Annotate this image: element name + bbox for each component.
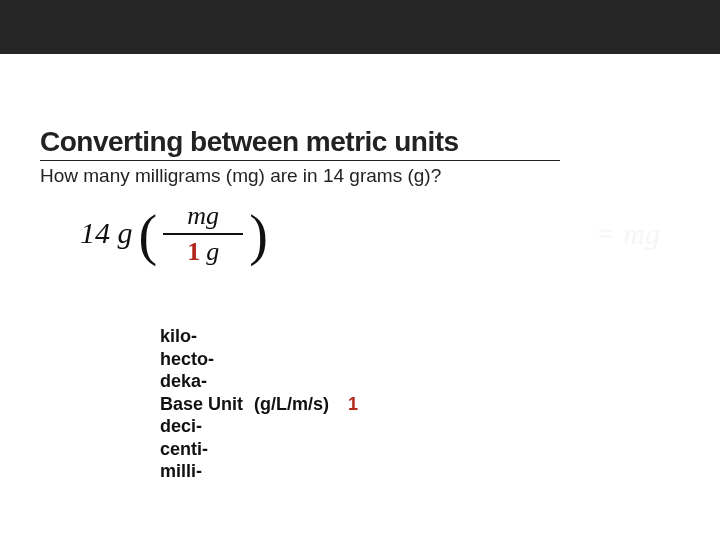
prefix-base-note: (g/L/m/s) (254, 394, 329, 414)
fraction-top: mg (163, 201, 243, 235)
prefix-label: deka- (160, 371, 207, 391)
prefix-base-value: 1 (348, 394, 358, 414)
top-bar (0, 0, 720, 54)
prefix-list: kilo- hecto- deka- Base Unit (g/L/m/s) 1… (160, 325, 680, 483)
prefix-label: Base Unit (160, 394, 243, 414)
paren-open: ( (139, 207, 158, 263)
fraction-bottom-number: 1 (187, 237, 200, 266)
paren-close: ) (249, 207, 268, 263)
equation: 14 g ( mg 1g ) = mg (40, 199, 660, 289)
prefix-label: centi- (160, 439, 208, 459)
equation-left: 14 g ( mg 1g ) (80, 199, 274, 267)
equation-lead: 14 g (80, 216, 133, 250)
equation-ghost-result: = mg (596, 217, 660, 251)
slide-title: Converting between metric units (40, 126, 560, 158)
prefix-label: hecto- (160, 349, 214, 369)
question-text: How many milligrams (mg) are in 14 grams… (40, 165, 680, 187)
fraction: mg 1g (163, 201, 243, 269)
prefix-hecto: hecto- (160, 348, 680, 371)
prefix-label: milli- (160, 461, 202, 481)
prefix-label: deci- (160, 416, 202, 436)
fraction-bottom-unit: g (206, 237, 219, 266)
title-container: Converting between metric units (40, 126, 560, 161)
fraction-bottom: 1g (163, 235, 243, 269)
prefix-label: kilo- (160, 326, 197, 346)
prefix-deci: deci- (160, 415, 680, 438)
prefix-base-unit: Base Unit (g/L/m/s) 1 (160, 393, 680, 416)
prefix-milli: milli- (160, 460, 680, 483)
prefix-centi: centi- (160, 438, 680, 461)
prefix-deka: deka- (160, 370, 680, 393)
prefix-kilo: kilo- (160, 325, 680, 348)
slide-content: Converting between metric units How many… (0, 54, 720, 483)
